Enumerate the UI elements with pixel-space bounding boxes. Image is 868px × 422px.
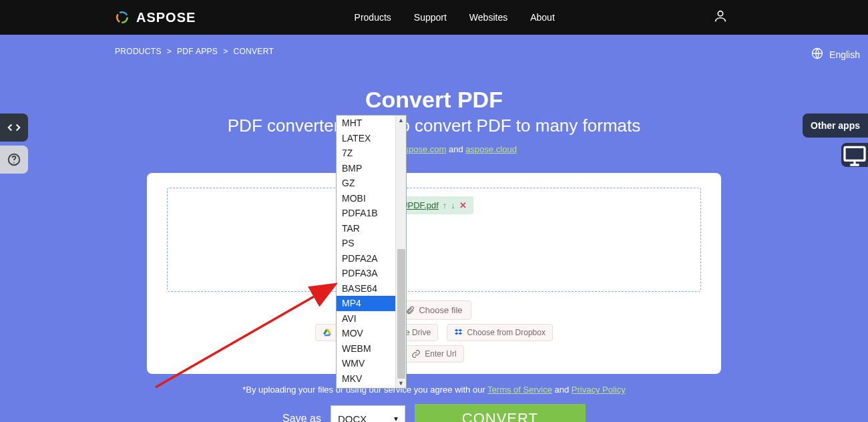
nav-link-products[interactable]: Products xyxy=(355,12,391,23)
powered-and: and xyxy=(446,144,465,154)
nav-link-support[interactable]: Support xyxy=(414,12,447,23)
svg-rect-7 xyxy=(845,147,865,160)
scroll-down-icon[interactable]: ▼ xyxy=(396,379,406,388)
globe-icon xyxy=(811,47,824,62)
scroll-thumb[interactable] xyxy=(397,249,405,383)
dropbox-label: Choose from Dropbox xyxy=(467,328,546,337)
disclaimer-and: and xyxy=(552,385,572,395)
svg-point-6 xyxy=(13,162,15,164)
other-apps-button[interactable]: Other apps xyxy=(803,114,868,138)
top-nav: ASPOSE Products Support Websites About xyxy=(0,0,868,35)
file-dropzone[interactable]: UPDF.pdf ↑ ↓ ✕ xyxy=(167,188,701,292)
nav-links: Products Support Websites About xyxy=(355,12,555,23)
page-title: Convert PDF xyxy=(0,87,868,113)
enter-url-label: Enter Url xyxy=(425,349,456,359)
enter-url-button[interactable]: Enter Url xyxy=(404,345,463,363)
format-dropdown-list: MHTLATEX7ZBMPGZMOBIPDFA1BTARPSPDFA2APDFA… xyxy=(337,116,395,388)
format-option-ps[interactable]: PS xyxy=(337,236,395,251)
brand-area[interactable]: ASPOSE xyxy=(114,9,196,26)
dropbox-icon xyxy=(454,328,463,337)
google-drive-icon xyxy=(322,328,332,337)
format-option-pdfa2a[interactable]: PDFA2A xyxy=(337,251,395,266)
privacy-policy-link[interactable]: Privacy Policy xyxy=(572,385,626,395)
hero-block: Convert PDF PDF converter online to conv… xyxy=(0,87,868,154)
breadcrumb-sep: > xyxy=(223,47,228,56)
format-option-mht[interactable]: MHT xyxy=(337,116,395,131)
convert-button[interactable]: CONVERT xyxy=(415,404,586,422)
breadcrumb-pdf-apps[interactable]: PDF APPS xyxy=(177,47,218,56)
format-option-base64[interactable]: BASE64 xyxy=(337,281,395,296)
language-selector[interactable]: English xyxy=(811,47,860,62)
brand-text: ASPOSE xyxy=(136,10,196,25)
format-option-wmv[interactable]: WMV xyxy=(337,356,395,371)
powered-by-line: Powered by aspose.com and aspose.cloud xyxy=(0,144,868,154)
page-body: PRODUCTS > PDF APPS > CONVERT English Ot… xyxy=(0,35,868,422)
format-option-tar[interactable]: TAR xyxy=(337,221,395,236)
choose-file-button[interactable]: Choose file xyxy=(397,300,471,320)
saveas-row: Save as DOCX ▾ CONVERT xyxy=(0,404,868,422)
logo-swirl-icon xyxy=(114,9,131,26)
dropbox-button[interactable]: Choose from Dropbox xyxy=(447,324,553,341)
svg-point-3 xyxy=(718,11,722,16)
format-select[interactable]: DOCX ▾ xyxy=(331,405,405,422)
chevron-down-icon: ▾ xyxy=(394,414,398,422)
format-option-bmp[interactable]: BMP xyxy=(337,161,395,176)
format-option-mobi[interactable]: MOBI xyxy=(337,191,395,206)
format-dropdown[interactable]: MHTLATEX7ZBMPGZMOBIPDFA1BTARPSPDFA2APDFA… xyxy=(336,115,407,389)
breadcrumb: PRODUCTS > PDF APPS > CONVERT xyxy=(115,47,868,56)
dropdown-scrollbar[interactable]: ▲ ▼ xyxy=(395,116,406,388)
attachment-icon xyxy=(405,306,415,315)
remove-file-icon[interactable]: ✕ xyxy=(459,200,467,210)
format-option-avi[interactable]: AVI xyxy=(337,311,395,327)
code-icon-button[interactable] xyxy=(0,114,28,142)
user-icon[interactable] xyxy=(713,9,728,26)
saveas-label: Save as xyxy=(282,413,321,422)
breadcrumb-sep: > xyxy=(167,47,172,56)
page-subtitle: PDF converter online to convert PDF to m… xyxy=(0,116,868,136)
help-icon-button[interactable] xyxy=(0,146,28,174)
format-option-gz[interactable]: GZ xyxy=(337,176,395,191)
format-option-latex[interactable]: LATEX xyxy=(337,131,395,146)
format-option-pdfa1b[interactable]: PDFA1B xyxy=(337,206,395,221)
choose-file-label: Choose file xyxy=(419,305,462,315)
terms-of-service-link[interactable]: Terms of Service xyxy=(487,385,552,395)
upload-buttons-row: Choose file Choose from Google Drive Cho… xyxy=(167,298,701,365)
left-float-panel xyxy=(0,114,28,174)
format-option-7z[interactable]: 7Z xyxy=(337,146,395,161)
nav-link-about[interactable]: About xyxy=(530,12,555,23)
link-icon xyxy=(411,349,421,359)
desktop-icon-button[interactable] xyxy=(841,143,868,167)
format-option-mpg[interactable]: MPG xyxy=(337,386,395,388)
powered-link-aspose-cloud[interactable]: aspose.cloud xyxy=(465,144,517,154)
scroll-up-icon[interactable]: ▲ xyxy=(396,116,406,125)
nav-link-websites[interactable]: Websites xyxy=(469,12,507,23)
upload-disclaimer: *By uploading your files or using our se… xyxy=(0,385,868,395)
language-label: English xyxy=(829,49,860,60)
format-selected-value: DOCX xyxy=(338,413,367,423)
uploaded-file-name[interactable]: UPDF.pdf xyxy=(401,200,439,210)
breadcrumb-convert[interactable]: CONVERT xyxy=(233,47,274,56)
format-option-pdfa3a[interactable]: PDFA3A xyxy=(337,266,395,281)
right-float-panel: Other apps xyxy=(803,114,868,167)
format-option-webm[interactable]: WEBM xyxy=(337,341,395,357)
move-up-icon[interactable]: ↑ xyxy=(443,200,447,210)
breadcrumb-products[interactable]: PRODUCTS xyxy=(115,47,162,56)
upload-card: UPDF.pdf ↑ ↓ ✕ Choose file xyxy=(147,173,721,374)
format-option-mkv[interactable]: MKV xyxy=(337,371,395,387)
format-option-mov[interactable]: MOV xyxy=(337,326,395,341)
move-down-icon[interactable]: ↓ xyxy=(451,200,455,210)
format-option-mp4[interactable]: MP4 xyxy=(337,296,395,311)
